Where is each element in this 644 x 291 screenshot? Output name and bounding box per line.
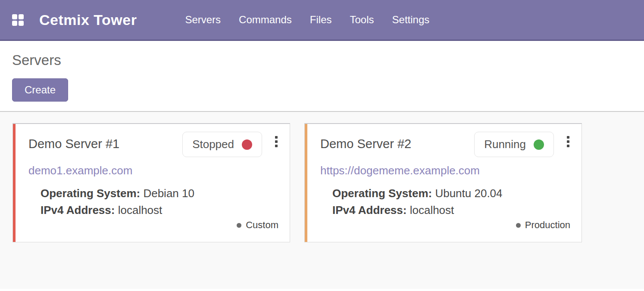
card-color-stripe [13,124,16,242]
kanban-content: Demo Server #1 Stopped demo1.example.com… [0,112,644,289]
os-label: Operating System: [332,187,432,200]
status-dot-icon [242,139,252,150]
os-value: Debian 10 [143,187,194,200]
server-properties: Operating System: Ubuntu 20.04 IPv4 Addr… [332,185,570,219]
ip-value: localhost [118,204,163,217]
os-line: Operating System: Debian 10 [41,185,278,202]
kebab-menu-icon[interactable] [274,135,278,148]
tag-dot-icon [237,223,241,228]
server-title: Demo Server #2 [320,137,474,151]
page-header: Servers Create [0,41,644,112]
tag-dot-icon [516,223,521,228]
menu-item-tools[interactable]: Tools [350,14,374,26]
tag-label: Custom [246,220,278,231]
status-dot-icon [534,139,544,150]
server-title: Demo Server #1 [28,137,182,151]
tag-label: Production [525,220,570,231]
ip-line: IPv4 Address: localhost [41,202,278,219]
os-label: Operating System: [41,187,140,200]
menu-item-settings[interactable]: Settings [392,14,430,26]
card-color-stripe [305,124,307,242]
create-button[interactable]: Create [12,78,68,102]
ip-label: IPv4 Address: [332,204,406,217]
ip-value: localhost [410,204,454,217]
app-brand[interactable]: Cetmix Tower [39,12,137,28]
menu-item-files[interactable]: Files [310,14,332,26]
ip-label: IPv4 Address: [41,204,115,217]
os-line: Operating System: Ubuntu 20.04 [332,185,570,202]
status-label: Running [484,138,526,151]
server-tag: Production [516,220,570,233]
server-url-link[interactable]: demo1.example.com [28,164,132,177]
server-card-demo-1[interactable]: Demo Server #1 Stopped demo1.example.com… [13,123,290,242]
page-title: Servers [12,52,632,68]
menu-item-commands[interactable]: Commands [239,14,292,26]
kebab-menu-icon[interactable] [566,135,570,148]
server-card-row: Demo Server #1 Stopped demo1.example.com… [13,123,644,242]
top-navbar: Cetmix Tower Servers Commands Files Tool… [0,0,644,41]
menu-item-servers[interactable]: Servers [185,14,221,26]
main-menu: Servers Commands Files Tools Settings [185,14,429,26]
server-status-button[interactable]: Stopped [182,132,262,157]
ip-line: IPv4 Address: localhost [332,202,570,219]
status-label: Stopped [192,138,234,151]
apps-grid-icon[interactable] [12,14,24,26]
server-card-demo-2[interactable]: Demo Server #2 Running https://dogememe.… [304,123,582,242]
os-value: Ubuntu 20.04 [435,187,502,200]
server-status-button[interactable]: Running [474,132,554,157]
server-url-link[interactable]: https://dogememe.example.com [320,164,480,177]
server-properties: Operating System: Debian 10 IPv4 Address… [41,185,278,219]
server-tag: Custom [237,220,278,233]
